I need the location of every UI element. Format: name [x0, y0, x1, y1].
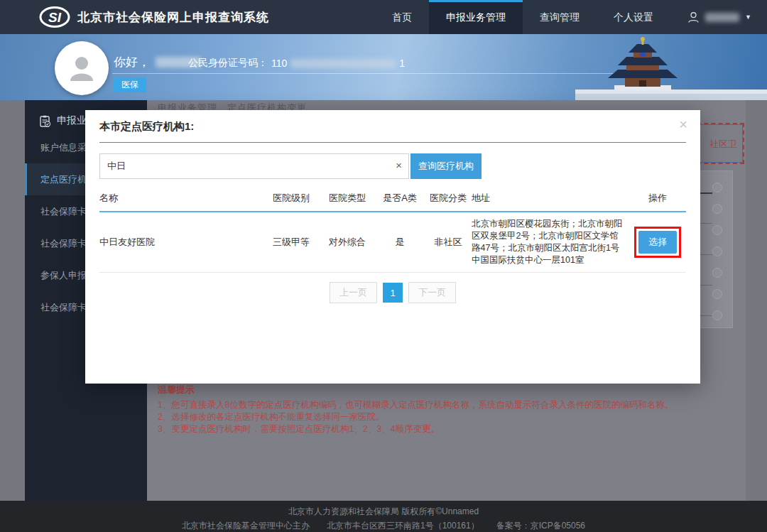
table-header-row: 名称 医院级别 医院类型 是否A类 医院分类 地址 操作 [99, 192, 686, 212]
warm-tips-line: 3、变更定点医疗机构时，需要按照定点医疗机构1、2、3、4顺序变更。 [158, 423, 726, 435]
col-header-a-class: 是否A类 [375, 192, 425, 205]
radio-icon[interactable] [712, 183, 722, 192]
cell-category: 非社区 [425, 236, 472, 249]
hero-banner: 你好， 公民身份证号码： 110 1 医保 [0, 34, 767, 100]
red-box-text: 社区卫 [709, 138, 737, 151]
cell-level: 三级甲等 [263, 236, 320, 249]
warm-tips-line: 2、选择修改的各定点医疗机构不能重复选择同一家医院。 [158, 411, 726, 423]
next-page-button[interactable]: 下一页 [408, 282, 456, 303]
radio-icon[interactable] [712, 246, 722, 256]
system-title: 北京市社会保险网上申报查询系统 [77, 9, 269, 26]
warm-tips-line: 1、您可直接录入8位数字的定点医疗机构编码，也可模糊录入定点医疗机构名称，系统自… [158, 399, 726, 411]
warm-tips-title: 温馨提示 [158, 384, 726, 396]
nav-item-query[interactable]: 查询管理 [523, 0, 597, 34]
col-header-category: 医院分类 [425, 192, 472, 205]
radio-icon[interactable] [712, 289, 722, 299]
modal-divider [99, 142, 686, 143]
greeting-text: 你好， [114, 54, 150, 70]
col-header-name: 名称 [99, 192, 263, 205]
brand: SI 北京市社会保险网上申报查询系统 [39, 0, 269, 34]
app-window: SI 北京市社会保险网上申报查询系统 首页 申报业务管理 查询管理 个人设置 ▼ [0, 0, 767, 532]
footer-address: 北京市社会保险基金管理中心主办 北京市丰台区西三环南路1号（100161） 备案… [0, 518, 767, 532]
radio-icon[interactable] [712, 204, 722, 214]
temple-of-heaven-image [575, 34, 767, 100]
table-row: 中日友好医院 三级甲等 对外综合 是 非社区 北京市朝阳区樱花园东街；北京市朝阳… [99, 212, 686, 273]
cell-a-class: 是 [375, 236, 425, 249]
current-page-button[interactable]: 1 [383, 283, 403, 303]
select-button[interactable]: 选择 [638, 231, 677, 254]
citizen-id-label: 公民身份证号码： [188, 57, 268, 70]
footer: 北京市人力资源和社会保障局 版权所有©Unnamed 北京市社会保险基金管理中心… [0, 501, 767, 532]
user-icon [687, 11, 700, 23]
footer-copyright: 北京市人力资源和社会保障局 版权所有©Unnamed [0, 501, 767, 518]
close-icon[interactable]: × [679, 117, 687, 131]
citizen-id-suffix: 1 [399, 58, 405, 69]
pagination: 上一页 1 下一页 [99, 282, 686, 303]
col-header-level: 医院级别 [263, 192, 320, 205]
hospital-search-input[interactable] [99, 153, 409, 179]
warm-tips: 温馨提示 1、您可直接录入8位数字的定点医疗机构编码，也可模糊录入定点医疗机构名… [158, 384, 726, 435]
user-name-blurred [705, 13, 739, 22]
clipboard-check-icon [39, 115, 51, 127]
search-row: × 查询医疗机构 [99, 153, 686, 179]
medical-institution-modal: 本市定点医疗机构1: × × 查询医疗机构 名称 医院级别 医院类型 是否A类 … [85, 110, 700, 384]
main-nav: 首页 申报业务管理 查询管理 个人设置 [375, 0, 670, 34]
clear-input-icon[interactable]: × [396, 160, 402, 170]
nav-item-personal-settings[interactable]: 个人设置 [597, 0, 670, 34]
col-header-address: 地址 [472, 192, 629, 205]
citizen-id-row: 公民身份证号码： 110 1 [188, 57, 405, 70]
prev-page-button[interactable]: 上一页 [330, 282, 377, 303]
citizen-id-prefix: 110 [271, 58, 287, 69]
medical-insurance-badge: 医保 [114, 77, 146, 92]
radio-icon[interactable] [712, 310, 722, 320]
red-highlight-annotation: 选择 [634, 227, 681, 258]
hero-divider [112, 73, 619, 74]
logo-text: SI [48, 10, 62, 25]
radio-icon[interactable] [712, 225, 722, 235]
person-icon [66, 53, 97, 84]
si-logo-icon: SI [39, 6, 70, 28]
col-header-type: 医院类型 [320, 192, 375, 205]
query-hospital-button[interactable]: 查询医疗机构 [410, 153, 482, 179]
nav-item-declare-business[interactable]: 申报业务管理 [429, 0, 523, 34]
col-header-action: 操作 [629, 192, 686, 205]
citizen-id-blurred [290, 59, 396, 68]
user-menu[interactable]: ▼ [687, 0, 751, 34]
radio-icon[interactable] [712, 268, 722, 278]
modal-title: 本市定点医疗机构1: [99, 110, 686, 134]
top-navbar: SI 北京市社会保险网上申报查询系统 首页 申报业务管理 查询管理 个人设置 ▼ [0, 0, 767, 34]
cell-hospital-name: 中日友好医院 [99, 236, 263, 249]
avatar [55, 41, 109, 95]
cell-type: 对外综合 [320, 236, 375, 249]
search-wrap: × [99, 153, 409, 179]
cell-address: 北京市朝阳区樱花园东街；北京市朝阳区双泉堡甲2号；北京市朝阳区文学馆路47号；北… [472, 218, 629, 266]
chevron-down-icon: ▼ [745, 13, 751, 21]
nav-item-home[interactable]: 首页 [375, 0, 429, 34]
cell-action: 选择 [629, 227, 686, 258]
